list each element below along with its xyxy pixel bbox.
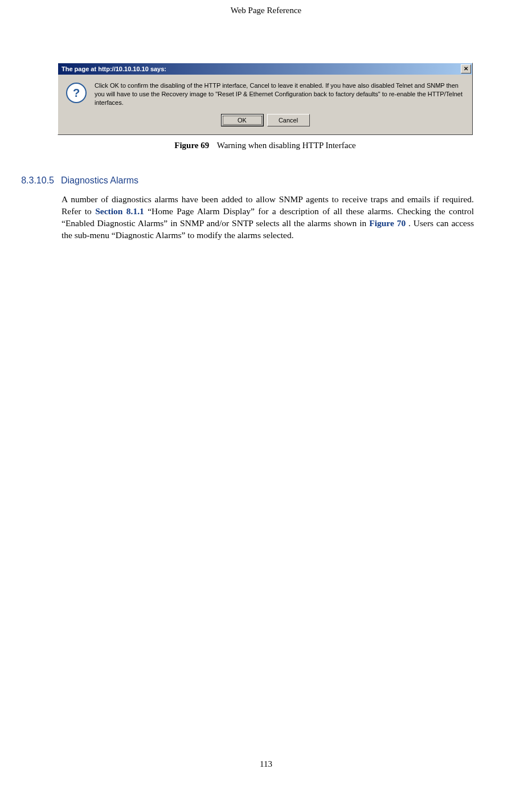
xref-section-8-1-1[interactable]: Section 8.1.1 <box>95 206 144 216</box>
close-button[interactable]: ✕ <box>461 64 471 73</box>
warning-dialog: The page at http://10.10.10.10 says: ✕ C… <box>58 63 473 135</box>
page-number: 113 <box>0 759 532 769</box>
xref-figure-70[interactable]: Figure 70 <box>369 218 406 228</box>
page-header: Web Page Reference <box>0 6 532 15</box>
close-icon: ✕ <box>464 66 468 72</box>
figure-label: Figure 69 <box>174 141 209 150</box>
ok-button[interactable]: OK <box>221 114 264 126</box>
section-8-3-10-5: 8.3.10.5 Diagnostics Alarms A number of … <box>0 175 532 242</box>
dialog-title: The page at http://10.10.10.10 says: <box>62 66 166 72</box>
question-icon <box>66 83 87 103</box>
figure-caption: Figure 69 Warning when disabling HTTP In… <box>58 141 473 150</box>
figure-69: The page at http://10.10.10.10 says: ✕ C… <box>58 63 473 150</box>
dialog-body: Click OK to confirm the disabling of the… <box>58 75 472 109</box>
dialog-button-row: OK Cancel <box>58 109 472 134</box>
section-body: A number of diagnostics alarms have been… <box>62 194 474 242</box>
section-title: Diagnostics Alarms <box>61 175 138 186</box>
dialog-message: Click OK to confirm the disabling of the… <box>95 81 464 107</box>
cancel-button[interactable]: Cancel <box>267 114 310 126</box>
dialog-titlebar: The page at http://10.10.10.10 says: ✕ <box>58 63 472 75</box>
section-heading-row: 8.3.10.5 Diagnostics Alarms <box>0 175 532 186</box>
section-number: 8.3.10.5 <box>0 175 54 186</box>
figure-caption-text: Warning when disabling HTTP Interface <box>217 141 356 150</box>
